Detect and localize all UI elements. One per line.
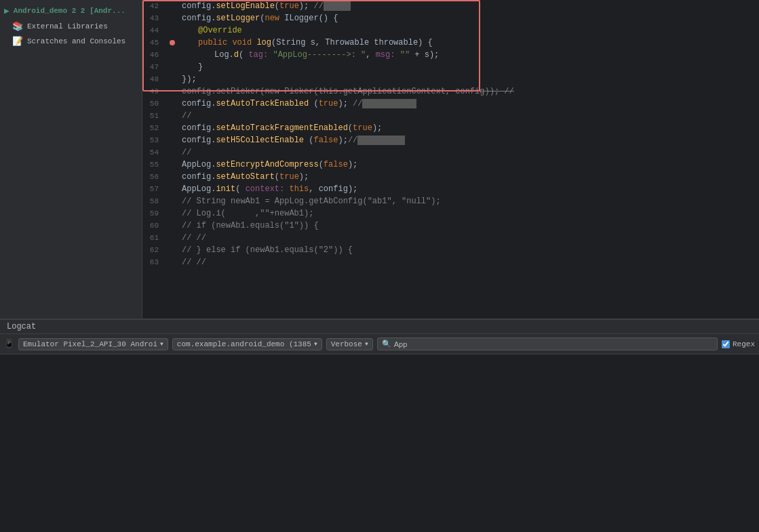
breakpoint-dot [170,40,175,45]
code-line-49: 49 config.setPicker(new Picker(this.getA… [142,85,759,98]
device-dropdown-icon: ▼ [160,341,163,347]
sidebar-item-scratches-label: Scratches and Consoles [27,37,125,45]
code-line-57: 57 AppLog.init( context: this, config); [142,183,759,195]
sidebar-item-android-demo[interactable]: ▶ Android_demo 2 2 [Andr... [0,3,142,19]
code-container: 42 config.setLogEnable(true); // 43 conf… [142,0,759,319]
level-label: Verbose [331,340,362,348]
level-selector[interactable]: Verbose ▼ [326,338,373,350]
level-dropdown-icon: ▼ [365,341,368,347]
device-label: Emulator Pixel_2_API_30 Androi [23,340,157,348]
logcat-toolbar: 📱 Emulator Pixel_2_API_30 Androi ▼ com.e… [0,334,759,354]
code-line-55: 55 AppLog.setEncryptAndCompress(false); [142,159,759,171]
code-line-44: 44 @Override [142,24,759,37]
device-selector[interactable]: Emulator Pixel_2_API_30 Androi ▼ [18,338,168,350]
log-search-input[interactable] [394,340,713,348]
log-search-box[interactable]: 🔍 [377,337,718,350]
sidebar-item-external-label: External Libraries [27,22,108,30]
code-line-53: 53 config.setH5CollectEnable (false);// [142,134,759,146]
code-line-61: 61 // // [142,232,759,244]
search-icon: 🔍 [382,340,391,348]
code-line-50: 50 config.setAutoTrackEnabled (true); // [142,98,759,110]
logcat-title-bar: Logcat [0,320,759,334]
code-line-63: 63 // // [142,256,759,268]
sidebar-item-external-libraries[interactable]: 📚 External Libraries [0,19,142,34]
code-line-47: 47 } [142,61,759,73]
code-line-60: 60 // if (newAb1.equals("1")) { [142,220,759,232]
code-line-54: 54 // [142,146,759,159]
device-icon: 📱 [4,339,14,349]
app-selector[interactable]: com.example.android_demo (1385 ▼ [172,338,322,350]
regex-toggle[interactable]: Regex [722,340,755,348]
project-icon: ▶ [4,5,9,16]
code-editor[interactable]: 42 config.setLogEnable(true); // 43 conf… [142,0,759,319]
scratches-icon: 📝 [12,36,23,47]
sidebar: ▶ Android_demo 2 2 [Andr... 📚 External L… [0,0,142,319]
code-line-45: 45 public void log(String s, Throwable t… [142,37,759,49]
code-line-56: 56 config.setAutoStart(true); [142,171,759,183]
regex-label: Regex [733,340,755,348]
code-line-52: 52 config.setAutoTrackFragmentEnabled(tr… [142,122,759,134]
app-label: com.example.android_demo (1385 [177,340,311,348]
code-line-43: 43 config.setLogger(new ILogger() { [142,12,759,24]
sidebar-item-scratches[interactable]: 📝 Scratches and Consoles [0,34,142,49]
logcat-panel: Logcat 📱 Emulator Pixel_2_API_30 Androi … [0,319,759,532]
code-line-46: 46 Log.d( tag: "AppLog-------->: ", msg:… [142,49,759,61]
code-line-59: 59 // Log.i( ,""+newAb1); [142,207,759,220]
code-line-51: 51 // [142,110,759,122]
code-line-62: 62 // } else if (newAb1.equals("2")) { [142,244,759,256]
library-icon: 📚 [12,21,23,32]
code-line-48: 48 }); [142,73,759,85]
logcat-title: Logcat [7,322,36,331]
regex-checkbox[interactable] [722,340,730,348]
code-line-58: 58 // String newAb1 = AppLog.getAbConfig… [142,195,759,207]
sidebar-item-android-label: Android_demo 2 2 [Andr... [14,7,125,15]
code-line-42: 42 config.setLogEnable(true); // [142,0,759,12]
app-dropdown-icon: ▼ [314,341,317,347]
